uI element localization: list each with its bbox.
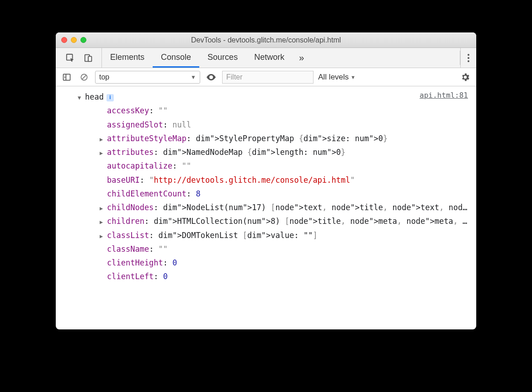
titlebar: DevTools - devtools.glitch.me/console/ap… bbox=[56, 32, 476, 48]
console-toolbar: top ▼ All levels ▼ bbox=[56, 68, 476, 86]
device-toolbar-icon[interactable] bbox=[82, 52, 95, 64]
source-link[interactable]: api.html:81 bbox=[420, 89, 468, 102]
tab-elements[interactable]: Elements bbox=[102, 48, 153, 68]
disclosure-triangle-right-icon[interactable] bbox=[100, 217, 106, 227]
property-key: attributes bbox=[107, 148, 154, 157]
live-expression-icon[interactable] bbox=[205, 71, 218, 84]
disclosure-triangle-right-icon[interactable] bbox=[100, 148, 106, 158]
console-filter-input[interactable] bbox=[222, 71, 314, 84]
property-row: assignedSlot: null bbox=[78, 118, 470, 132]
svg-rect-2 bbox=[88, 56, 91, 61]
disclosure-triangle-right-icon[interactable] bbox=[100, 204, 106, 213]
property-row: className: "" bbox=[78, 242, 470, 256]
window-title: DevTools - devtools.glitch.me/console/ap… bbox=[56, 36, 476, 44]
property-value: null bbox=[172, 120, 191, 129]
property-row[interactable]: classList: dim">DOMTokenList [dim">value… bbox=[78, 228, 470, 242]
property-row[interactable]: attributeStyleMap: dim">StylePropertyMap… bbox=[78, 132, 470, 145]
property-value: 8 bbox=[196, 189, 200, 198]
tab-network[interactable]: Network bbox=[246, 48, 293, 68]
log-levels-selector[interactable]: All levels ▼ bbox=[318, 73, 356, 82]
inspect-toggle-group bbox=[56, 48, 102, 68]
tab-sources[interactable]: Sources bbox=[199, 48, 246, 68]
property-row: clientHeight: 0 bbox=[78, 256, 470, 270]
disclosure-triangle-right-icon[interactable] bbox=[100, 135, 106, 144]
property-value: "http://devtools.glitch.me/console/api.h… bbox=[149, 175, 355, 185]
root-label: head bbox=[85, 92, 104, 101]
property-row: clientLeft: 0 bbox=[78, 270, 470, 283]
panel-tabs: Elements Console Sources Network » bbox=[102, 48, 310, 68]
log-root[interactable]: headi bbox=[78, 90, 470, 104]
info-badge-icon[interactable]: i bbox=[106, 94, 114, 101]
property-key: className bbox=[107, 244, 149, 254]
property-key: clientHeight bbox=[107, 258, 163, 267]
chevron-down-icon: ▼ bbox=[191, 74, 196, 80]
devtools-window: DevTools - devtools.glitch.me/console/ap… bbox=[56, 32, 476, 329]
svg-rect-6 bbox=[64, 74, 70, 80]
tab-console[interactable]: Console bbox=[153, 48, 199, 68]
property-value: "" bbox=[159, 106, 168, 115]
property-row: childElementCount: 8 bbox=[78, 187, 470, 201]
console-output: api.html:81 headi accessKey: ""assignedS… bbox=[56, 86, 476, 329]
context-selected: top bbox=[99, 73, 109, 81]
property-value: "" bbox=[159, 244, 168, 254]
property-key: clientLeft bbox=[107, 272, 154, 281]
property-row[interactable]: children: dim">HTMLCollection(num">8) [n… bbox=[78, 214, 470, 228]
property-value: dim">NamedNodeMap {dim">length: num">0} bbox=[163, 148, 346, 157]
property-row: accessKey: "" bbox=[78, 104, 470, 117]
property-value: dim">NodeList(num">17) [node">text, node… bbox=[163, 203, 470, 212]
property-value: 0 bbox=[163, 272, 168, 281]
disclosure-triangle-right-icon[interactable] bbox=[100, 232, 106, 241]
svg-point-3 bbox=[468, 54, 469, 56]
inspect-element-icon[interactable] bbox=[64, 52, 77, 64]
property-key: childNodes bbox=[107, 203, 154, 212]
property-key: autocapitalize bbox=[107, 161, 172, 170]
property-value: 0 bbox=[172, 258, 177, 267]
property-key: classList bbox=[107, 231, 149, 240]
clear-console-icon[interactable] bbox=[78, 71, 90, 84]
property-row: baseURI: "http://devtools.glitch.me/cons… bbox=[78, 173, 470, 187]
property-key: attributeStyleMap bbox=[107, 134, 186, 143]
console-settings-icon[interactable] bbox=[459, 71, 472, 84]
levels-label: All levels bbox=[318, 73, 349, 82]
console-sidebar-toggle-icon[interactable] bbox=[60, 71, 73, 84]
chevron-down-icon: ▼ bbox=[351, 74, 356, 80]
disclosure-triangle-down-icon[interactable] bbox=[78, 93, 84, 103]
property-key: accessKey bbox=[107, 106, 149, 115]
property-value: dim">DOMTokenList [dim">value: ""] bbox=[159, 231, 318, 240]
svg-point-5 bbox=[468, 60, 469, 62]
property-key: assignedSlot bbox=[107, 120, 163, 129]
property-value: "" bbox=[182, 161, 192, 170]
panel-tabs-bar: Elements Console Sources Network » bbox=[56, 48, 476, 68]
property-row[interactable]: attributes: dim">NamedNodeMap {dim">leng… bbox=[78, 145, 470, 159]
tabs-overflow-button[interactable]: » bbox=[293, 53, 310, 63]
svg-point-4 bbox=[468, 57, 469, 59]
svg-point-8 bbox=[210, 76, 212, 78]
property-value: dim">HTMLCollection(num">8) [node">title… bbox=[154, 217, 470, 226]
property-row: autocapitalize: "" bbox=[78, 159, 470, 173]
property-key: childElementCount bbox=[107, 189, 186, 198]
property-value: dim">StylePropertyMap {dim">size: num">0… bbox=[196, 134, 388, 143]
more-options-button[interactable] bbox=[460, 48, 476, 68]
property-key: children bbox=[107, 217, 144, 226]
property-key: baseURI bbox=[107, 175, 140, 185]
property-row[interactable]: childNodes: dim">NodeList(num">17) [node… bbox=[78, 201, 470, 214]
execution-context-selector[interactable]: top ▼ bbox=[95, 71, 200, 84]
